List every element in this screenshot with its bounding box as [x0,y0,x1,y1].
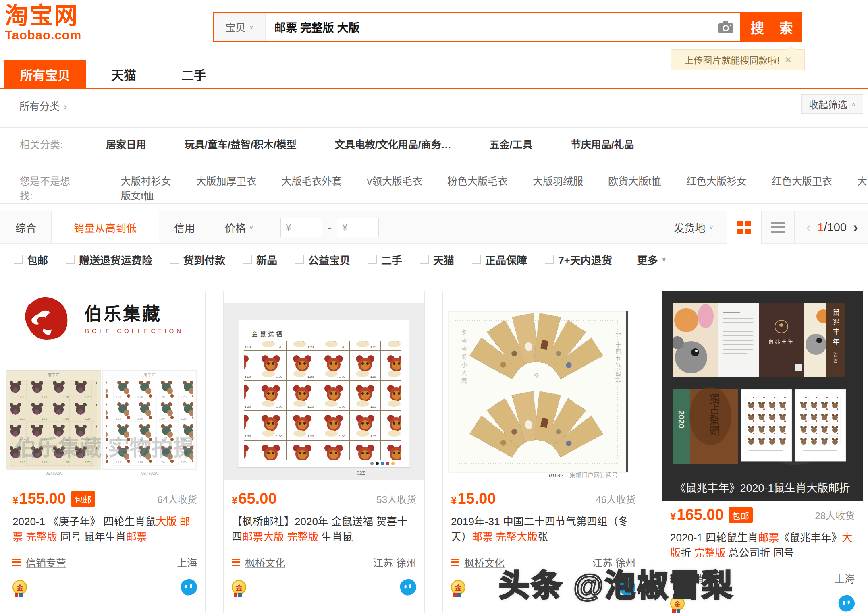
sort-option-2[interactable]: 信用 [159,211,210,243]
filter-checkbox-6[interactable]: 天猫 [420,252,454,267]
product-image-4[interactable]: 鼠兆丰年 鼠兆丰年 2020 2020 獨占鰲頭 [662,291,863,501]
sort-option-1[interactable]: 销量从高到低 [51,211,159,243]
chevron-right-icon: › [64,101,67,112]
product-title[interactable]: 2019年-31 中国二十四节气第四组（冬天）邮票 完整大版张 [451,514,635,545]
chevron-down-icon: ∨ [249,224,253,230]
svg-text:067702A: 067702A [46,471,62,476]
list-view-button[interactable] [762,211,795,244]
price: ¥155.00 [12,490,66,507]
seller-link[interactable]: 信销专营 [26,555,66,570]
wangwang-chat-icon[interactable] [837,594,856,613]
filter-checkbox-3[interactable]: 新品 [243,252,277,267]
suggestion-link-2[interactable]: 大版毛衣外套 [281,176,342,187]
grid-view-button[interactable] [727,211,762,244]
related-categories-row: 相关分类: 居家日用玩具/童车/益智/积木/模型文具电教/文化用品/商务…五金/… [0,127,868,160]
filter-checkbox-5[interactable]: 二手 [368,252,402,267]
seller-location: 上海 [835,571,855,586]
suggestion-link-6[interactable]: 欧货大版t恤 [608,176,661,187]
product-image-3[interactable]: 冬雪雪冬小大寒 【二十四节气(四)】 冬 [443,291,644,480]
product-title[interactable]: 2020-1 四轮鼠生肖邮票《鼠兆丰年》大版折 完整版 总公司折 同号 [670,530,855,561]
price-min-input[interactable]: ¥ [280,218,322,237]
svg-text:鼠兆丰年: 鼠兆丰年 [832,309,840,348]
product-card-4: 鼠兆丰年 鼠兆丰年 2020 2020 獨占鰲頭 [662,291,863,613]
breadcrumb[interactable]: 所有分类› [19,98,67,113]
seller-link[interactable]: 枫桥文化 [464,555,505,570]
checkbox-label: 天猫 [433,252,454,267]
product-info-3: ¥15.00 46人收货 2019年-31 中国二十四节气第四组（冬天）邮票 完… [443,490,644,602]
total-pages: /100 [824,221,847,234]
sort-option-3[interactable]: 价格∨ [210,211,268,243]
search-button[interactable]: 搜 索 [741,12,802,42]
wangwang-chat-icon[interactable] [180,578,198,596]
related-category-link-2[interactable]: 文具电教/文化用品/商务… [335,139,451,150]
suggestion-link-8[interactable]: 红色大版卫衣 [772,176,832,187]
svg-text:0154Z: 0154Z [549,472,564,478]
next-page-button[interactable]: › [853,219,858,236]
filter-checkbox-7[interactable]: 正品保障 [472,252,527,267]
gold-seller-medal-icon: 金 [670,596,685,611]
seller-link[interactable]: 信销专营 [683,571,724,586]
product-title[interactable]: 2020-1 《庚子年》 四轮生肖鼠大版 邮票 完整版 同号 鼠年生肖邮票 [12,514,197,545]
checkbox-box[interactable] [14,255,23,264]
suggestion-link-5[interactable]: 大版羽绒服 [533,176,583,187]
filter-checkbox-0[interactable]: 包邮 [14,252,48,267]
suggestion-link-3[interactable]: v领大版毛衣 [367,176,422,187]
related-category-link-3[interactable]: 五金/工具 [490,139,533,150]
suggestion-links: 大版衬衫女大版加厚卫衣大版毛衣外套v领大版毛衣粉色大版毛衣大版羽绒服欧货大版t恤… [120,173,868,202]
chevron-down-icon: ∨ [662,257,667,262]
taobao-logo[interactable]: 淘宝网 Taobao.com [5,4,81,41]
filter-checkbox-2[interactable]: 货到付款 [170,252,225,267]
checkbox-box[interactable] [545,255,554,264]
filter-checkboxes: 包邮赠送退货运费险货到付款新品公益宝贝二手天猫正品保障7+天内退货 [0,252,612,267]
suggestion-link-4[interactable]: 粉色大版毛衣 [447,176,508,187]
related-category-link-4[interactable]: 节庆用品/礼品 [571,139,634,150]
ship-from-dropdown[interactable]: 发货地 ∨ [674,220,713,235]
filter-checkbox-8[interactable]: 7+天内退货 [545,252,612,267]
wangwang-chat-icon[interactable] [399,578,417,596]
brand-name-en: BOLE COLLECTION [85,327,184,334]
filter-checkbox-1[interactable]: 赠送退货运费险 [66,252,152,267]
product-image-2[interactable]: 1.20 金鼠送福 02Z [224,291,424,480]
filter-row: 包邮赠送退货运费险货到付款新品公益宝贝二手天猫正品保障7+天内退货 更多 ∨ [0,244,868,275]
prev-page-button[interactable]: ‹ [806,219,811,236]
suggestion-link-0[interactable]: 大版衬衫女 [120,176,171,187]
breadcrumb-row: 所有分类› 收起筛选 ∧ [0,89,868,118]
more-filters-button[interactable]: 更多 ∨ [637,252,667,267]
tab-secondhand[interactable]: 二手 [171,60,217,88]
svg-text:鼠兆丰年: 鼠兆丰年 [768,339,794,345]
image-search-camera-button[interactable] [711,13,740,41]
product-title[interactable]: 【枫桥邮社】2020年 金鼠送福 贺喜十四邮票大版 完整版 生肖鼠 [232,514,416,545]
search-category-dropdown[interactable]: 宝贝 ∨ [214,13,266,41]
svg-text:02Z: 02Z [357,470,365,476]
search-input[interactable]: 邮票 完整版 大版 [266,13,711,41]
filter-checkbox-4[interactable]: 公益宝贝 [295,252,350,267]
checkbox-box[interactable] [472,255,481,264]
checkbox-box[interactable] [66,255,75,264]
taobao-search-results-page: 淘宝网 Taobao.com 宝贝 ∨ 邮票 完整版 大版 [0,0,868,613]
seller-shop-icon [232,557,240,567]
checkbox-box[interactable] [243,255,252,264]
checkbox-box[interactable] [368,255,377,264]
price-max-input[interactable]: ¥ [337,218,379,237]
related-category-link-1[interactable]: 玩具/童车/益智/积木/模型 [185,139,297,150]
seller-link[interactable]: 枫桥文化 [245,555,285,570]
seller-shop-icon [670,573,679,584]
checkbox-box[interactable] [170,255,179,264]
suggestion-link-7[interactable]: 红色大版衫女 [686,176,747,187]
sold-count: 28人收货 [815,508,855,522]
collapse-filters-button[interactable]: 收起筛选 ∧ [801,94,863,114]
product-image-1[interactable]: 1.20 1.20 [4,291,205,480]
suggestion-link-1[interactable]: 大版加厚卫衣 [196,176,256,187]
wangwang-chat-icon[interactable] [618,578,637,596]
sort-option-0[interactable]: 综合 [0,211,51,243]
sort-bar: 综合销量从高到低信用价格∨ ¥ - ¥ 发货地 ∨ ‹ 1/100 › [0,211,868,244]
tab-all-items[interactable]: 所有宝贝 [4,60,86,88]
tab-tmall[interactable]: 天猫 [101,60,147,88]
close-icon[interactable]: × [785,54,791,66]
checkbox-box[interactable] [420,255,429,264]
related-category-link-0[interactable]: 居家日用 [106,139,146,150]
checkbox-box[interactable] [295,255,304,264]
price: ¥165.00 [670,506,724,524]
pagination: ‹ 1/100 › [795,219,868,236]
product-card-2: 1.20 金鼠送福 02Z ¥65.00 53人收货 [223,291,425,613]
